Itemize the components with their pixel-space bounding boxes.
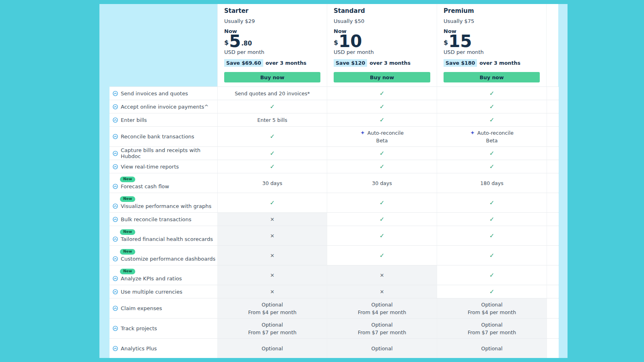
expand-icon[interactable]	[113, 117, 118, 123]
feature-label-row: Tailored financial health scorecards	[113, 236, 213, 242]
expand-icon[interactable]	[113, 164, 118, 169]
expand-icon[interactable]	[113, 276, 118, 281]
feature-label-cell: Use multiple currencies	[109, 285, 217, 298]
spacer	[547, 100, 559, 113]
feature-label-row: Analytics Plus	[113, 346, 157, 352]
feature-label: Visualize performance with graphs	[121, 203, 211, 209]
expand-icon[interactable]	[113, 346, 118, 351]
check-icon: ✓	[380, 216, 385, 222]
price-decimal: .80	[241, 40, 252, 47]
price-amount: 10	[339, 35, 362, 48]
save-amount-chip: Save $69.60	[224, 59, 263, 67]
feature-label-row: Capture bills and receipts with Hubdoc	[113, 147, 217, 159]
expand-icon[interactable]	[113, 217, 118, 222]
feature-label-cell: Bulk reconcile transactions	[109, 213, 217, 226]
expand-icon[interactable]	[113, 91, 118, 96]
plan-name: Premium	[444, 7, 540, 14]
feature-label-cell: Claim expenses	[109, 298, 217, 318]
expand-icon[interactable]	[113, 204, 118, 209]
feature-label: Use multiple currencies	[121, 289, 182, 295]
cross-icon: ✕	[380, 289, 384, 294]
plan-cell-starter: OptionalFrom $7 per month	[217, 319, 327, 338]
expand-icon[interactable]	[113, 134, 118, 139]
plan-column-standard: StandardUsually $50Now$10USD per monthSa…	[327, 4, 437, 86]
cell-subtext: From $7 per month	[468, 329, 516, 335]
plan-cell-standard: Optional	[327, 339, 437, 358]
plan-cell-standard: ✓	[327, 193, 437, 212]
save-banner: Save $180over 3 months	[444, 59, 540, 67]
check-icon: ✓	[380, 200, 385, 206]
plan-cell-starter: 30 days	[217, 173, 327, 193]
cell-text: Optional	[481, 322, 503, 328]
save-suffix: over 3 months	[266, 60, 307, 66]
expand-icon[interactable]	[113, 104, 118, 109]
feature-row: NewForecast cash flow30 days30 days180 d…	[109, 173, 558, 193]
feature-label-cell: Analytics Plus	[109, 339, 217, 358]
cell-text: Optional	[372, 346, 393, 352]
plan-cell-premium: ✓	[437, 147, 547, 160]
expand-icon[interactable]	[113, 184, 118, 189]
buy-now-button-starter[interactable]: Buy now	[224, 72, 320, 82]
save-suffix: over 3 months	[369, 60, 411, 66]
cell-text: Auto-reconcile	[367, 130, 404, 136]
feature-label: Reconcile bank transactions	[121, 134, 194, 140]
buy-now-button-standard[interactable]: Buy now	[334, 72, 430, 82]
feature-label-row: Customize performance dashboards	[113, 256, 215, 262]
cell-text: 30 days	[262, 180, 282, 186]
feature-row: NewTailored financial health scorecards✕…	[109, 226, 558, 245]
expand-icon[interactable]	[113, 151, 118, 156]
check-icon: ✓	[489, 200, 495, 206]
spacer	[547, 298, 559, 318]
spacer	[547, 213, 559, 226]
check-icon: ✓	[270, 150, 275, 156]
check-icon: ✓	[489, 90, 495, 97]
plan-cell-starter: ✓	[217, 100, 327, 113]
plan-column-starter: StarterUsually $29Now$5.80USD per monthS…	[217, 4, 327, 86]
plan-cell-standard: ✓	[327, 87, 437, 100]
cell-text: Optional	[372, 302, 393, 308]
check-icon: ✓	[489, 289, 495, 295]
check-icon: ✓	[489, 233, 495, 239]
feature-label-cell: NewForecast cash flow	[109, 173, 217, 193]
cell-line: Optional	[262, 302, 283, 308]
cell-subtext: From $4 per month	[468, 309, 516, 315]
feature-label-cell: NewVisualize performance with graphs	[109, 193, 217, 212]
feature-label-row: Accept online invoice payments^	[113, 104, 208, 110]
feature-label: Accept online invoice payments^	[121, 104, 208, 110]
check-icon: ✓	[380, 117, 385, 123]
pricing-screenshot: { "colors": { "outer_background": "#4acc…	[0, 0, 644, 362]
check-icon: ✓	[380, 150, 385, 156]
expand-icon[interactable]	[113, 256, 118, 261]
save-amount-chip: Save $120	[334, 59, 367, 67]
check-icon: ✓	[270, 104, 275, 110]
plan-cell-starter: ✓	[217, 127, 327, 146]
check-icon: ✓	[489, 104, 495, 110]
sparkle-icon: ✦	[360, 130, 365, 136]
currency-symbol: $	[224, 39, 229, 46]
buy-now-button-premium[interactable]: Buy now	[444, 72, 540, 82]
feature-label-cell: View real-time reports	[109, 160, 217, 173]
check-icon: ✓	[380, 104, 385, 110]
plan-name: Starter	[224, 7, 320, 14]
spacer	[547, 265, 559, 285]
feature-label-row: View real-time reports	[113, 164, 179, 170]
expand-icon[interactable]	[113, 326, 118, 331]
feature-label-row: Bulk reconcile transactions	[113, 216, 192, 222]
plan-cell-premium: ✓	[437, 87, 547, 100]
feature-label-row: Enter bills	[113, 117, 147, 123]
spacer	[547, 226, 559, 245]
plan-cell-premium: 180 days	[437, 173, 547, 193]
feature-label-cell: Accept online invoice payments^	[109, 100, 217, 113]
feature-label: Track projects	[121, 325, 157, 331]
spacer	[547, 160, 559, 173]
plan-cell-premium: ✦Auto-reconcileBeta	[437, 127, 547, 146]
feature-row: Analytics PlusOptionalOptionalOptional	[109, 338, 558, 358]
plan-cell-standard: ✓	[327, 147, 437, 160]
expand-icon[interactable]	[113, 289, 118, 294]
plan-column-premium: PremiumUsually $75Now$15USD per monthSav…	[437, 4, 547, 86]
cell-line: 180 days	[480, 180, 503, 186]
spacer	[547, 147, 559, 160]
expand-icon[interactable]	[113, 237, 118, 242]
currency-symbol: $	[444, 39, 448, 46]
expand-icon[interactable]	[113, 306, 118, 311]
